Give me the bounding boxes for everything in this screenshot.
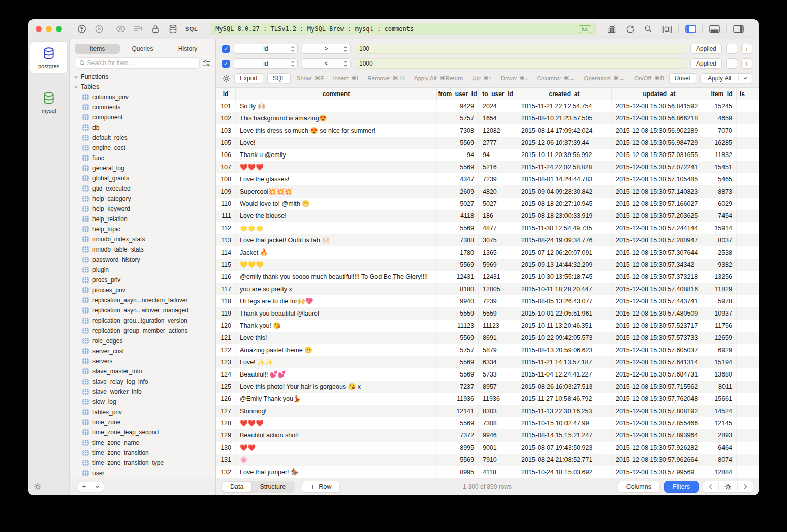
cell-to-user-id[interactable]: 7910 (478, 454, 517, 466)
cell-to-user-id[interactable]: 2024 (478, 100, 517, 112)
filters-button[interactable]: Filters (664, 481, 699, 493)
cell-item-id[interactable]: 8074 (707, 454, 736, 466)
filter-operator-select[interactable]: < (302, 58, 351, 69)
cell-id[interactable]: 108 (216, 173, 235, 185)
cell-comment[interactable]: Would love to! @mith 😁 (235, 198, 436, 210)
sidebar-table-item[interactable]: slow_log (74, 397, 215, 407)
cell-id[interactable]: 127 (216, 405, 235, 417)
cell-is[interactable] (736, 100, 759, 112)
cell-created-at[interactable]: 2015-08-26 16:03:27.513 (517, 381, 611, 393)
cell-id[interactable]: 118 (216, 295, 235, 307)
cell-item-id[interactable]: 12145 (707, 417, 736, 429)
cell-comment[interactable]: Jacket 🔥 (235, 246, 436, 259)
cell-updated-at[interactable]: 2015-12-08 15:30:57.373218 (611, 271, 707, 283)
cell-updated-at[interactable]: 2015-12-08 15:30:57.962664 (611, 454, 707, 466)
table-row[interactable]: 113Love that jacket! Outfit is fab 🙌🏻730… (216, 234, 759, 246)
cell-comment[interactable]: Supercool💥💥💥 (235, 185, 436, 198)
cell-from-user-id[interactable]: 7308 (436, 124, 478, 137)
cell-from-user-id[interactable]: 11123 (436, 320, 478, 332)
cell-updated-at[interactable]: 2015-12-08 15:30:57.573733 (611, 332, 707, 344)
sidebar-table-item[interactable]: slave_worker_info (74, 387, 215, 397)
column-header-is[interactable]: is_ (736, 88, 759, 100)
cell-id[interactable]: 129 (216, 429, 235, 442)
cell-comment[interactable]: 🌟🌟🌟 (235, 222, 436, 234)
cell-comment[interactable]: Ur legs are to die for🙌💖 (235, 295, 436, 307)
cell-item-id[interactable]: 8037 (707, 234, 736, 246)
cell-item-id[interactable]: 15194 (707, 356, 736, 368)
sql-mode-label[interactable]: SQL (185, 26, 198, 32)
cell-from-user-id[interactable]: 12431 (436, 271, 478, 283)
cell-id[interactable]: 117 (216, 283, 235, 295)
table-row[interactable]: 102This background is amazing😍5757165420… (216, 112, 759, 124)
sidebar-table-item[interactable]: time_zone_transition_type (74, 458, 215, 468)
cell-comment[interactable]: ❤️❤️❤️ (235, 161, 436, 173)
cell-created-at[interactable]: 2015-08-24 21:08:52.771 (517, 454, 611, 466)
sidebar-table-item[interactable]: innodb_table_stats (74, 244, 215, 255)
cell-item-id[interactable]: 14524 (707, 405, 736, 417)
add-item-button[interactable]: + (78, 483, 90, 490)
cell-comment[interactable]: Beautiful!! 💕💕 (235, 368, 436, 381)
cell-from-user-id[interactable]: 9429 (436, 100, 478, 112)
cell-created-at[interactable]: 2015-09-04 09:28:30.842 (517, 185, 611, 198)
cell-to-user-id[interactable]: 2777 (478, 137, 517, 149)
cell-item-id[interactable]: 15914 (707, 222, 736, 234)
table-row[interactable]: 105Love!556927772015-12-06 10:37:39.4420… (216, 137, 759, 149)
sidebar-table-item[interactable]: engine_cost (74, 143, 215, 153)
cell-from-user-id[interactable]: 8180 (436, 283, 478, 295)
cell-item-id[interactable]: 11832 (707, 149, 736, 161)
data-tab[interactable]: Data (222, 482, 251, 492)
table-row[interactable]: 130❤️❤️899590012015-08-07 19:43:50.92320… (216, 442, 759, 454)
cell-comment[interactable]: Thank u @emily (235, 149, 436, 161)
table-row[interactable]: 119Thank you beautiful @laurel5559555920… (216, 307, 759, 320)
cell-updated-at[interactable]: 2015-12-08 15:30:57.408816 (611, 283, 707, 295)
table-row[interactable]: 122Amazing pastel theme 😬575758792015-08… (216, 344, 759, 356)
cell-item-id[interactable]: 15245 (707, 100, 736, 112)
filter-gear-icon[interactable] (222, 75, 230, 82)
cell-is[interactable] (736, 283, 759, 295)
cell-id[interactable]: 110 (216, 198, 235, 210)
table-row[interactable]: 106Thank u @emily94942015-10-11 20:39:56… (216, 149, 759, 161)
sidebar-table-item[interactable]: help_relation (74, 214, 215, 224)
cell-updated-at[interactable]: 2015-12-08 15:30:57.34342 (611, 259, 707, 271)
cell-created-at[interactable]: 2015-11-13 22:30:16.253 (517, 405, 611, 417)
filter-field-select[interactable]: id (234, 44, 298, 54)
cell-comment[interactable]: Beautiful action shot! (235, 429, 436, 442)
cell-is[interactable] (736, 198, 759, 210)
cell-to-user-id[interactable]: 9946 (478, 429, 517, 442)
cell-item-id[interactable]: 2893 (707, 429, 736, 442)
cell-comment[interactable]: Love this! (235, 332, 436, 344)
cell-item-id[interactable]: 13256 (707, 271, 736, 283)
cell-to-user-id[interactable]: 94 (478, 149, 517, 161)
cell-item-id[interactable]: 15451 (707, 161, 736, 173)
cell-updated-at[interactable]: 2015-12-08 15:30:57.280947 (611, 234, 707, 246)
cell-id[interactable]: 116 (216, 271, 235, 283)
cell-comment[interactable]: Love that jumper! 🏇 (235, 466, 436, 478)
cell-item-id[interactable]: 7454 (707, 210, 736, 222)
cell-from-user-id[interactable]: 5569 (436, 368, 478, 381)
cell-comment[interactable]: 🌸 (235, 454, 436, 466)
cell-is[interactable] (736, 356, 759, 368)
sidebar-table-item[interactable]: time_zone (74, 417, 215, 427)
cell-from-user-id[interactable]: 5757 (436, 344, 478, 356)
add-row-button[interactable]: + Row (302, 481, 340, 493)
sql-button[interactable]: SQL (267, 73, 291, 83)
cell-item-id[interactable]: 12659 (707, 332, 736, 344)
settings-gear-icon[interactable] (34, 483, 42, 491)
cell-id[interactable]: 105 (216, 137, 235, 149)
cell-is[interactable] (736, 393, 759, 405)
close-window-button[interactable] (36, 26, 42, 32)
sidebar-table-item[interactable]: func (74, 153, 215, 163)
cell-comment[interactable]: Thank you beautiful @laurel (235, 307, 436, 320)
table-row[interactable]: 118Ur legs are to die for🙌💖994072392015-… (216, 295, 759, 307)
lock-icon[interactable] (147, 23, 164, 35)
cell-created-at[interactable]: 2015-09-13 14:44:32.209 (517, 259, 611, 271)
cell-to-user-id[interactable]: 5027 (478, 198, 517, 210)
sidebar-table-item[interactable]: password_history (74, 255, 215, 265)
cell-to-user-id[interactable]: 7239 (478, 295, 517, 307)
cell-is[interactable] (736, 149, 759, 161)
tab-items[interactable]: Items (75, 44, 120, 54)
cell-updated-at[interactable]: 2015-12-08 15:30:57.762048 (611, 393, 707, 405)
sidebar-table-item[interactable]: user (74, 468, 215, 478)
cell-is[interactable] (736, 368, 759, 381)
cell-id[interactable]: 124 (216, 368, 235, 381)
